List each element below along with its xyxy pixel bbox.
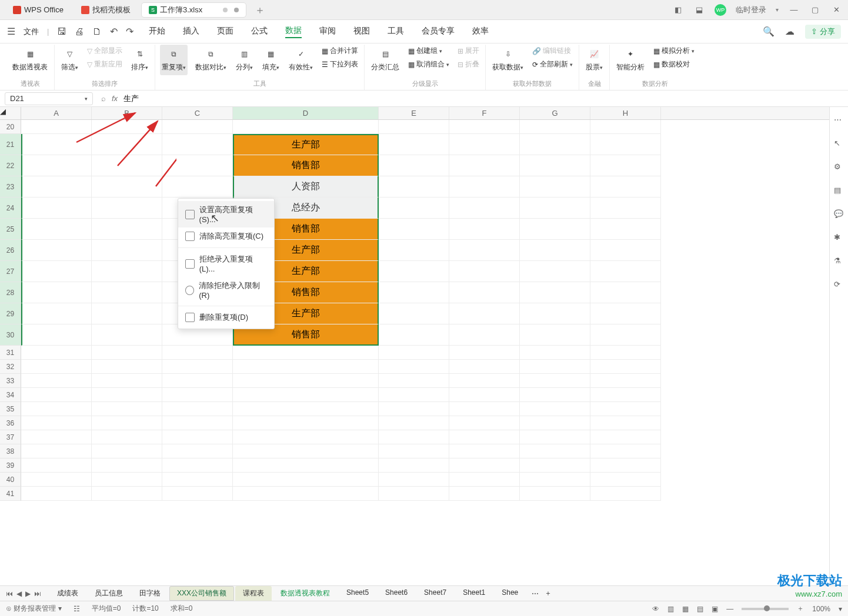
row-header-34[interactable]: 34 <box>0 388 21 402</box>
cell-A41[interactable] <box>21 487 92 501</box>
row-header-32[interactable]: 32 <box>0 360 21 374</box>
cell-D23[interactable]: 人资部 <box>233 176 379 197</box>
cell-F24[interactable] <box>449 197 520 219</box>
cell-C33[interactable] <box>162 374 233 388</box>
cell-G37[interactable] <box>520 430 590 444</box>
cell-G26[interactable] <box>520 240 590 261</box>
refresh-all-button[interactable]: ⟳全部刷新▾ <box>531 58 574 71</box>
cell-H23[interactable] <box>590 176 661 197</box>
cell-G32[interactable] <box>520 360 590 374</box>
col-header-D[interactable]: D <box>233 107 379 119</box>
col-header-C[interactable]: C <box>162 107 233 119</box>
fetch-data-button[interactable]: ⇩获取数据▾ <box>490 45 525 75</box>
menu-tab-效率[interactable]: 效率 <box>472 26 489 38</box>
create-group-button[interactable]: ▦创建组▾ <box>407 45 450 57</box>
cell-E31[interactable] <box>379 346 449 360</box>
cell-B36[interactable] <box>92 416 162 430</box>
cell-B30[interactable] <box>92 324 162 346</box>
avatar[interactable]: WP <box>715 4 726 16</box>
cell-H35[interactable] <box>590 402 661 416</box>
cell-F20[interactable] <box>449 120 520 134</box>
status-grid-icon[interactable]: ▥ <box>667 605 674 613</box>
search-cells-icon[interactable]: ⌕ <box>101 94 106 103</box>
cell-D32[interactable] <box>233 360 379 374</box>
cell-C37[interactable] <box>162 430 233 444</box>
app-tab-doc[interactable]: S 工作簿3.xlsx <box>141 2 246 18</box>
cell-H20[interactable] <box>590 120 661 134</box>
cell-F21[interactable] <box>449 134 520 155</box>
cell-B33[interactable] <box>92 374 162 388</box>
cell-H39[interactable] <box>590 458 661 473</box>
print-icon[interactable]: 🖨 <box>75 26 84 37</box>
cell-A31[interactable] <box>21 346 92 360</box>
cell-H28[interactable] <box>590 282 661 303</box>
cell-F23[interactable] <box>449 176 520 197</box>
cell-C38[interactable] <box>162 444 233 458</box>
cell-G25[interactable] <box>520 219 590 240</box>
row-header-40[interactable]: 40 <box>0 473 21 487</box>
side-layers-icon[interactable]: ▤ <box>834 186 844 196</box>
col-header-A[interactable]: A <box>21 107 92 119</box>
menu-tab-视图[interactable]: 视图 <box>353 26 370 38</box>
cell-C40[interactable] <box>162 473 233 487</box>
stock-button[interactable]: 📈股票▾ <box>584 45 605 75</box>
row-header-24[interactable]: 24 <box>0 197 21 219</box>
cell-B25[interactable] <box>92 219 162 240</box>
cell-H22[interactable] <box>590 155 661 176</box>
file-menu[interactable]: 文件 <box>24 26 39 37</box>
col-header-E[interactable]: E <box>379 107 449 119</box>
row-header-29[interactable]: 29 <box>0 303 21 324</box>
cell-A24[interactable] <box>21 197 92 219</box>
cell-A26[interactable] <box>21 240 92 261</box>
save-icon[interactable]: 🖫 <box>57 26 66 37</box>
cell-E27[interactable] <box>379 261 449 282</box>
dd-reject-input[interactable]: 拒绝录入重复项(L)... <box>178 250 274 277</box>
cell-C31[interactable] <box>162 346 233 360</box>
sheet-tab-Sheet7[interactable]: Sheet7 <box>416 586 454 601</box>
cube-icon[interactable]: ⬓ <box>693 4 705 16</box>
sheet-tab-成绩表[interactable]: 成绩表 <box>49 586 86 601</box>
row-header-39[interactable]: 39 <box>0 458 21 473</box>
cell-A36[interactable] <box>21 416 92 430</box>
cell-F26[interactable] <box>449 240 520 261</box>
dd-set-highlight[interactable]: 设置高亮重复项(S)... <box>178 201 274 227</box>
cell-D40[interactable] <box>233 473 379 487</box>
cell-D34[interactable] <box>233 388 379 402</box>
new-tab-button[interactable]: ＋ <box>250 3 270 17</box>
cell-H21[interactable] <box>590 134 661 155</box>
cell-C32[interactable] <box>162 360 233 374</box>
cell-G36[interactable] <box>520 416 590 430</box>
cell-D21[interactable]: 生产部 <box>233 134 379 155</box>
cell-E21[interactable] <box>379 134 449 155</box>
col-header-H[interactable]: H <box>590 107 661 119</box>
cell-E41[interactable] <box>379 487 449 501</box>
cell-H31[interactable] <box>590 346 661 360</box>
name-box[interactable]: D21▾ <box>5 92 93 105</box>
cell-F22[interactable] <box>449 155 520 176</box>
cell-B35[interactable] <box>92 402 162 416</box>
reapply-button[interactable]: ▽重新应用 <box>86 58 123 71</box>
ungroup-button[interactable]: ▦取消组合▾ <box>407 58 450 71</box>
status-ext-icon[interactable]: ☷ <box>74 605 80 613</box>
fx-icon[interactable]: fx <box>112 94 118 103</box>
cell-B23[interactable] <box>92 176 162 197</box>
cell-F25[interactable] <box>449 219 520 240</box>
menu-tab-会员专享[interactable]: 会员专享 <box>422 26 455 38</box>
cell-F36[interactable] <box>449 416 520 430</box>
cell-A23[interactable] <box>21 176 92 197</box>
sheet-tab-XXX公司销售额[interactable]: XXX公司销售额 <box>169 586 234 601</box>
cell-E20[interactable] <box>379 120 449 134</box>
menu-tab-工具[interactable]: 工具 <box>388 26 404 38</box>
cell-A37[interactable] <box>21 430 92 444</box>
side-tools-icon[interactable]: ⚙ <box>834 162 844 173</box>
cell-F27[interactable] <box>449 261 520 282</box>
cell-F38[interactable] <box>449 444 520 458</box>
undo-icon[interactable]: ↶ <box>110 26 118 37</box>
dropdown-list-button[interactable]: ☰下拉列表 <box>320 58 359 71</box>
cell-G20[interactable] <box>520 120 590 134</box>
cell-A38[interactable] <box>21 444 92 458</box>
cell-B31[interactable] <box>92 346 162 360</box>
row-header-25[interactable]: 25 <box>0 219 21 240</box>
sheet-last-icon[interactable]: ⏭ <box>34 590 41 598</box>
cell-D37[interactable] <box>233 430 379 444</box>
